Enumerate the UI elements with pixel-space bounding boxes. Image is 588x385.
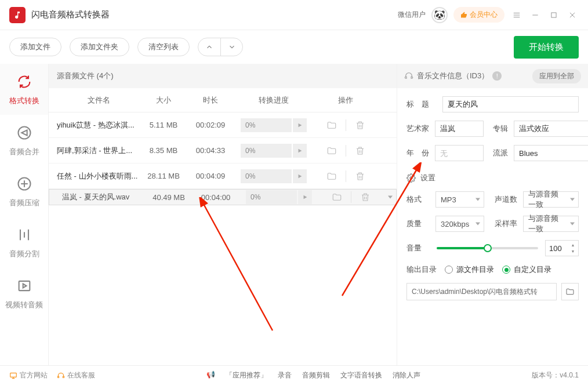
vip-center-button[interactable]: 会员中心 — [453, 7, 504, 23]
file-duration: 00:02:09 — [187, 121, 234, 129]
table-row[interactable]: 阿肆,郭采洁 - 世界上... 8.35 MB 00:04:33 0% — [49, 138, 397, 164]
file-size: 8.35 MB — [140, 146, 187, 155]
file-duration: 00:04:33 — [187, 146, 234, 155]
maximize-button[interactable] — [547, 9, 560, 21]
foot-tts[interactable]: 文字语音转换 — [340, 371, 382, 380]
open-folder-button[interactable] — [326, 145, 337, 157]
quality-select[interactable]: 320kbps — [435, 216, 484, 232]
open-folder-button[interactable] — [331, 191, 343, 203]
start-convert-button[interactable]: 开始转换 — [514, 36, 579, 59]
titlebar: 闪电音频格式转换器 微信用户 🐼 会员中心 — [0, 0, 588, 30]
official-site-link[interactable]: 官方网站 — [9, 371, 48, 380]
delete-button[interactable] — [354, 119, 366, 131]
outdir-source-radio[interactable]: 源文件目录 — [445, 264, 494, 275]
play-button[interactable] — [293, 169, 307, 183]
svg-rect-0 — [551, 12, 556, 17]
foot-vocals[interactable]: 消除人声 — [393, 371, 420, 380]
video-icon — [15, 277, 34, 295]
table-row[interactable]: yihuik苡慧 - 热恋冰淇... 5.11 MB 00:02:09 0% — [49, 112, 397, 138]
megaphone-icon: 📢 — [206, 371, 215, 380]
sidebar: 格式转换 音频合并 音频压缩 音频分割 视频转音频 — [0, 64, 49, 365]
foot-cut[interactable]: 音频剪辑 — [302, 371, 330, 380]
app-title: 闪电音频格式转换器 — [31, 9, 398, 20]
open-folder-button[interactable] — [326, 119, 337, 131]
refresh-icon — [15, 72, 34, 91]
clear-list-button[interactable]: 清空列表 — [137, 38, 190, 56]
svg-rect-3 — [19, 281, 30, 290]
footer: 官方网站 在线客服 📢 「应用推荐」 录音 音频剪辑 文字语音转换 消除人声 版… — [0, 365, 588, 385]
col-progress: 转换进度 — [234, 95, 313, 106]
file-size: 40.49 MB — [146, 193, 192, 202]
album-input[interactable] — [514, 121, 588, 137]
customer-service-link[interactable]: 在线客服 — [57, 371, 95, 380]
source-files-header: 源音频文件 (4个) — [49, 64, 397, 88]
close-button[interactable] — [566, 9, 579, 21]
minimize-button[interactable] — [529, 9, 542, 21]
monitor-icon — [9, 372, 17, 380]
output-path-input[interactable] — [406, 283, 557, 300]
apply-all-button[interactable]: 应用到全部 — [532, 69, 581, 83]
file-name: 任然 - 山外小楼夜听雨... — [49, 171, 140, 181]
folder-icon — [565, 287, 575, 296]
move-down-button[interactable] — [220, 38, 242, 56]
add-folder-button[interactable]: 添加文件夹 — [70, 38, 129, 56]
year-input[interactable] — [435, 145, 484, 161]
toolbar: 添加文件 添加文件夹 清空列表 开始转换 — [0, 30, 588, 64]
app-recommend[interactable]: 「应用推荐」 — [226, 371, 267, 380]
play-button[interactable] — [293, 118, 307, 132]
outdir-custom-radio[interactable]: 自定义目录 — [502, 264, 551, 275]
delete-button[interactable] — [360, 191, 371, 203]
delete-button[interactable] — [354, 170, 366, 182]
svg-rect-5 — [10, 373, 17, 377]
browse-folder-button[interactable] — [561, 283, 579, 300]
id3-header: 音乐文件信息（ID3） — [417, 71, 489, 81]
thumb-icon — [460, 12, 467, 19]
add-file-button[interactable]: 添加文件 — [9, 38, 61, 56]
volume-slider[interactable] — [437, 242, 538, 254]
artist-input[interactable] — [435, 121, 484, 137]
genre-input[interactable] — [514, 145, 588, 161]
svg-point-4 — [410, 177, 412, 179]
file-duration: 00:04:00 — [192, 193, 239, 202]
menu-button[interactable] — [510, 9, 523, 21]
table-row[interactable]: 任然 - 山外小楼夜听雨... 28.11 MB 00:04:09 0% — [49, 164, 397, 189]
open-folder-button[interactable] — [326, 170, 337, 182]
sidebar-item-audio-split[interactable]: 音频分割 — [0, 217, 48, 268]
format-select[interactable]: MP3 — [435, 191, 484, 208]
sidebar-item-format-convert[interactable]: 格式转换 — [0, 64, 48, 115]
move-updown — [198, 38, 243, 56]
wechat-user-label: 微信用户 — [398, 10, 426, 20]
move-up-button[interactable] — [198, 38, 220, 56]
split-icon — [15, 226, 34, 244]
file-size: 28.11 MB — [140, 172, 187, 180]
col-size: 大小 — [140, 95, 187, 106]
col-ops: 操作 — [313, 95, 378, 106]
sample-select[interactable]: 与源音频一致 — [523, 216, 579, 232]
progress-bar: 0% — [246, 190, 297, 204]
file-name: 阿肆,郭采洁 - 世界上... — [49, 146, 140, 156]
play-button[interactable] — [293, 144, 307, 158]
info-icon[interactable]: ! — [492, 71, 502, 81]
channels-select[interactable]: 与源音频一致 — [523, 191, 579, 208]
file-list-panel: 源音频文件 (4个) 文件名 大小 时长 转换进度 操作 yihuik苡慧 - … — [49, 64, 397, 365]
title-input[interactable] — [442, 96, 579, 112]
sidebar-item-video-to-audio[interactable]: 视频转音频 — [0, 268, 48, 319]
progress-bar: 0% — [241, 169, 292, 183]
col-name: 文件名 — [49, 95, 140, 106]
table-header: 文件名 大小 时长 转换进度 操作 — [49, 88, 397, 112]
file-size: 5.11 MB — [140, 121, 187, 129]
user-avatar[interactable]: 🐼 — [431, 7, 448, 23]
col-duration: 时长 — [187, 95, 234, 106]
play-button[interactable] — [298, 190, 312, 204]
volume-spin[interactable]: 100 ▲▼ — [545, 240, 579, 256]
progress-bar: 0% — [241, 144, 292, 158]
settings-header: 设置 — [420, 173, 435, 183]
foot-record[interactable]: 录音 — [278, 371, 292, 380]
headphones-icon — [404, 71, 413, 81]
headset-icon — [57, 372, 65, 380]
sidebar-item-audio-merge[interactable]: 音频合并 — [0, 115, 48, 166]
table-row[interactable]: 温岚 - 夏天的风.wav 40.49 MB 00:04:00 0% — [49, 189, 397, 205]
sidebar-item-audio-compress[interactable]: 音频压缩 — [0, 166, 48, 217]
delete-button[interactable] — [354, 145, 366, 157]
file-name: 温岚 - 夏天的风.wav — [54, 192, 146, 202]
